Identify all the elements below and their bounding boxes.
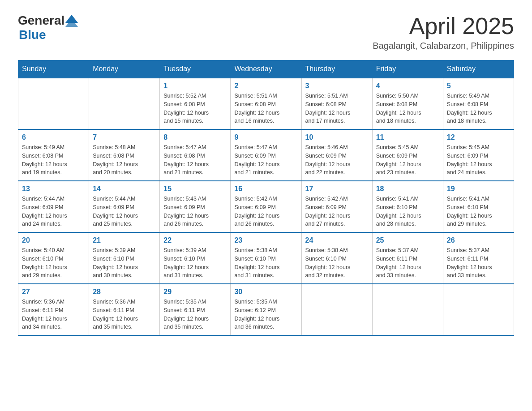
- day-info: Sunrise: 5:43 AMSunset: 6:09 PMDaylight:…: [163, 195, 227, 228]
- day-info: Sunrise: 5:47 AMSunset: 6:08 PMDaylight:…: [163, 143, 227, 177]
- calendar-cell: 12Sunrise: 5:45 AMSunset: 6:09 PMDayligh…: [443, 129, 514, 181]
- calendar-cell: 2Sunrise: 5:51 AMSunset: 6:08 PMDaylight…: [231, 78, 301, 129]
- calendar-cell: 28Sunrise: 5:36 AMSunset: 6:11 PMDayligh…: [89, 284, 160, 335]
- day-number: 27: [22, 288, 85, 296]
- calendar-cell: 14Sunrise: 5:44 AMSunset: 6:09 PMDayligh…: [89, 181, 160, 232]
- day-number: 20: [22, 236, 85, 244]
- weekday-header-sunday: Sunday: [18, 60, 89, 78]
- logo-text-blue: Blue: [19, 28, 46, 42]
- weekday-header-thursday: Thursday: [301, 60, 372, 78]
- day-info: Sunrise: 5:47 AMSunset: 6:09 PMDaylight:…: [234, 143, 297, 177]
- day-number: 6: [22, 133, 85, 141]
- day-info: Sunrise: 5:45 AMSunset: 6:09 PMDaylight:…: [376, 143, 439, 177]
- day-number: 8: [163, 133, 227, 141]
- week-row-2: 6Sunrise: 5:49 AMSunset: 6:08 PMDaylight…: [18, 129, 514, 181]
- day-number: 30: [234, 288, 297, 296]
- weekday-header-saturday: Saturday: [443, 60, 514, 78]
- day-number: 2: [234, 82, 297, 90]
- day-info: Sunrise: 5:36 AMSunset: 6:11 PMDaylight:…: [22, 298, 85, 331]
- calendar-cell: 22Sunrise: 5:39 AMSunset: 6:10 PMDayligh…: [160, 232, 231, 284]
- logo: General Blue: [18, 13, 78, 42]
- calendar-table: SundayMondayTuesdayWednesdayThursdayFrid…: [18, 60, 514, 336]
- day-number: 26: [447, 236, 510, 244]
- week-row-3: 13Sunrise: 5:44 AMSunset: 6:09 PMDayligh…: [18, 181, 514, 232]
- day-number: 28: [93, 288, 156, 296]
- calendar-cell: 24Sunrise: 5:38 AMSunset: 6:10 PMDayligh…: [301, 232, 372, 284]
- logo-text-general: General: [18, 13, 64, 28]
- location-title: Bagalangit, Calabarzon, Philippines: [373, 41, 514, 51]
- week-row-1: 1Sunrise: 5:52 AMSunset: 6:08 PMDaylight…: [18, 78, 514, 129]
- day-info: Sunrise: 5:35 AMSunset: 6:12 PMDaylight:…: [234, 298, 297, 331]
- calendar-cell: [372, 284, 443, 335]
- day-info: Sunrise: 5:46 AMSunset: 6:09 PMDaylight:…: [305, 143, 369, 177]
- calendar-cell: [18, 78, 89, 129]
- calendar-cell: 23Sunrise: 5:38 AMSunset: 6:10 PMDayligh…: [231, 232, 301, 284]
- day-number: 23: [234, 236, 297, 244]
- calendar-cell: 17Sunrise: 5:42 AMSunset: 6:09 PMDayligh…: [301, 181, 372, 232]
- calendar-cell: 13Sunrise: 5:44 AMSunset: 6:09 PMDayligh…: [18, 181, 89, 232]
- weekday-header-wednesday: Wednesday: [231, 60, 301, 78]
- day-number: 22: [163, 236, 227, 244]
- day-number: 7: [93, 133, 156, 141]
- calendar-cell: [301, 284, 372, 335]
- day-info: Sunrise: 5:37 AMSunset: 6:11 PMDaylight:…: [376, 246, 439, 280]
- day-info: Sunrise: 5:50 AMSunset: 6:08 PMDaylight:…: [376, 92, 439, 125]
- calendar-cell: 25Sunrise: 5:37 AMSunset: 6:11 PMDayligh…: [372, 232, 443, 284]
- month-title: April 2025: [373, 13, 514, 39]
- day-info: Sunrise: 5:44 AMSunset: 6:09 PMDaylight:…: [93, 195, 156, 228]
- calendar-cell: 3Sunrise: 5:51 AMSunset: 6:08 PMDaylight…: [301, 78, 372, 129]
- day-number: 13: [22, 185, 85, 193]
- day-number: 11: [376, 133, 439, 141]
- day-number: 3: [305, 82, 369, 90]
- calendar-cell: 1Sunrise: 5:52 AMSunset: 6:08 PMDaylight…: [160, 78, 231, 129]
- day-number: 21: [93, 236, 156, 244]
- day-info: Sunrise: 5:51 AMSunset: 6:08 PMDaylight:…: [305, 92, 369, 125]
- calendar-cell: 21Sunrise: 5:39 AMSunset: 6:10 PMDayligh…: [89, 232, 160, 284]
- calendar-cell: 26Sunrise: 5:37 AMSunset: 6:11 PMDayligh…: [443, 232, 514, 284]
- calendar-cell: 9Sunrise: 5:47 AMSunset: 6:09 PMDaylight…: [231, 129, 301, 181]
- day-info: Sunrise: 5:52 AMSunset: 6:08 PMDaylight:…: [163, 92, 227, 125]
- day-number: 19: [447, 185, 510, 193]
- calendar-cell: 16Sunrise: 5:42 AMSunset: 6:09 PMDayligh…: [231, 181, 301, 232]
- day-number: 10: [305, 133, 369, 141]
- calendar-cell: 4Sunrise: 5:50 AMSunset: 6:08 PMDaylight…: [372, 78, 443, 129]
- calendar-cell: 30Sunrise: 5:35 AMSunset: 6:12 PMDayligh…: [231, 284, 301, 335]
- day-info: Sunrise: 5:42 AMSunset: 6:09 PMDaylight:…: [234, 195, 297, 228]
- day-info: Sunrise: 5:41 AMSunset: 6:10 PMDaylight:…: [376, 195, 439, 228]
- day-number: 16: [234, 185, 297, 193]
- day-number: 12: [447, 133, 510, 141]
- day-number: 1: [163, 82, 227, 90]
- calendar-cell: 27Sunrise: 5:36 AMSunset: 6:11 PMDayligh…: [18, 284, 89, 335]
- day-number: 18: [376, 185, 439, 193]
- day-number: 17: [305, 185, 369, 193]
- day-info: Sunrise: 5:48 AMSunset: 6:08 PMDaylight:…: [93, 143, 156, 177]
- weekday-header-tuesday: Tuesday: [160, 60, 231, 78]
- day-number: 29: [163, 288, 227, 296]
- day-number: 15: [163, 185, 227, 193]
- calendar-cell: [443, 284, 514, 335]
- weekday-header-monday: Monday: [89, 60, 160, 78]
- day-info: Sunrise: 5:35 AMSunset: 6:11 PMDaylight:…: [163, 298, 227, 331]
- day-info: Sunrise: 5:37 AMSunset: 6:11 PMDaylight:…: [447, 246, 510, 280]
- day-info: Sunrise: 5:39 AMSunset: 6:10 PMDaylight:…: [93, 246, 156, 280]
- day-info: Sunrise: 5:44 AMSunset: 6:09 PMDaylight:…: [22, 195, 85, 228]
- day-info: Sunrise: 5:39 AMSunset: 6:10 PMDaylight:…: [163, 246, 227, 280]
- calendar-cell: 5Sunrise: 5:49 AMSunset: 6:08 PMDaylight…: [443, 78, 514, 129]
- weekday-header-row: SundayMondayTuesdayWednesdayThursdayFrid…: [18, 60, 514, 78]
- week-row-4: 20Sunrise: 5:40 AMSunset: 6:10 PMDayligh…: [18, 232, 514, 284]
- day-info: Sunrise: 5:49 AMSunset: 6:08 PMDaylight:…: [22, 143, 85, 177]
- calendar-cell: 7Sunrise: 5:48 AMSunset: 6:08 PMDaylight…: [89, 129, 160, 181]
- day-info: Sunrise: 5:42 AMSunset: 6:09 PMDaylight:…: [305, 195, 369, 228]
- calendar-cell: 10Sunrise: 5:46 AMSunset: 6:09 PMDayligh…: [301, 129, 372, 181]
- week-row-5: 27Sunrise: 5:36 AMSunset: 6:11 PMDayligh…: [18, 284, 514, 335]
- day-info: Sunrise: 5:38 AMSunset: 6:10 PMDaylight:…: [305, 246, 369, 280]
- day-number: 14: [93, 185, 156, 193]
- calendar-cell: [89, 78, 160, 129]
- day-info: Sunrise: 5:49 AMSunset: 6:08 PMDaylight:…: [447, 92, 510, 125]
- calendar-cell: 20Sunrise: 5:40 AMSunset: 6:10 PMDayligh…: [18, 232, 89, 284]
- day-number: 4: [376, 82, 439, 90]
- day-info: Sunrise: 5:45 AMSunset: 6:09 PMDaylight:…: [447, 143, 510, 177]
- title-section: April 2025 Bagalangit, Calabarzon, Phili…: [373, 13, 514, 51]
- calendar-cell: 18Sunrise: 5:41 AMSunset: 6:10 PMDayligh…: [372, 181, 443, 232]
- day-info: Sunrise: 5:41 AMSunset: 6:10 PMDaylight:…: [447, 195, 510, 228]
